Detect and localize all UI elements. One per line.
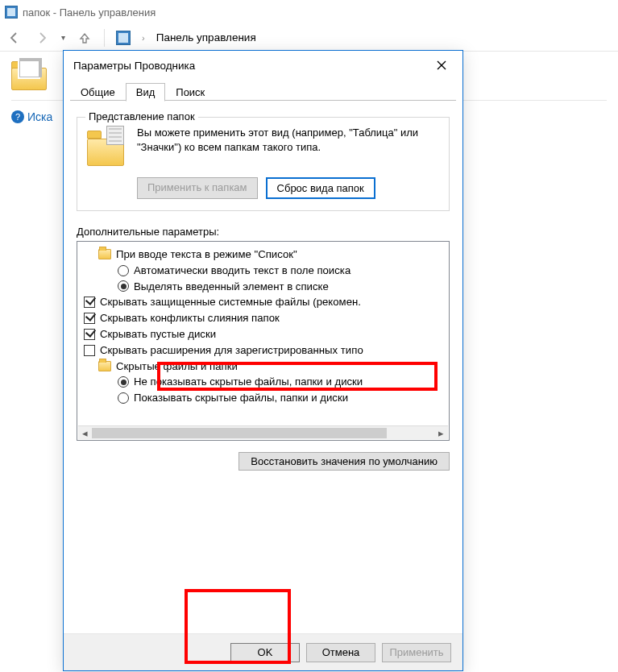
dialog-title: Параметры Проводника	[73, 60, 195, 72]
horizontal-scrollbar[interactable]: ◂ ▸	[78, 425, 448, 439]
checkbox-icon[interactable]	[84, 345, 95, 356]
folder-icon	[98, 361, 111, 371]
advanced-label: Дополнительные параметры:	[77, 226, 450, 238]
scroll-right-icon[interactable]: ▸	[434, 426, 448, 440]
tabstrip: Общие Вид Поиск	[64, 80, 462, 101]
radio-icon[interactable]	[118, 376, 129, 388]
advanced-settings-list[interactable]: При вводе текста в режиме "Список" Автом…	[77, 241, 450, 441]
radio-icon[interactable]	[118, 280, 129, 292]
dialog-footer: OK Отмена Применить	[64, 633, 462, 670]
tab-search[interactable]: Поиск	[165, 83, 215, 102]
cancel-button[interactable]: Отмена	[306, 643, 375, 662]
checkbox-icon[interactable]	[84, 329, 95, 340]
apply-button[interactable]: Применить	[382, 643, 451, 662]
reset-folders-button[interactable]: Сброс вида папок	[266, 177, 375, 199]
tree-group-hidden: Скрытые файлы и папки	[98, 359, 446, 375]
checkbox-icon[interactable]	[84, 297, 95, 308]
nav-divider	[104, 29, 105, 47]
restore-defaults-button[interactable]: Восстановить значения по умолчанию	[238, 452, 450, 471]
folder-options-dialog: Параметры Проводника Общие Вид Поиск Пре…	[63, 50, 463, 671]
dialog-titlebar: Параметры Проводника	[64, 51, 462, 80]
breadcrumb-sep-icon: ›	[142, 33, 145, 43]
apply-to-folders-button[interactable]: Применить к папкам	[137, 177, 258, 199]
folder-view-icon	[87, 126, 126, 166]
checkbox-icon[interactable]	[84, 313, 95, 324]
forward-button[interactable]	[34, 30, 50, 46]
window-title: папок - Панель управления	[23, 6, 156, 19]
opt-hide-protected[interactable]: Скрывать защищенные системные файлы (рек…	[84, 294, 446, 310]
explorer-navrow: ▾ › Панель управления	[0, 24, 618, 52]
opt-select-typed-item[interactable]: Выделять введенный элемент в списке	[118, 279, 446, 295]
tab-general[interactable]: Общие	[70, 83, 126, 102]
scroll-thumb[interactable]	[92, 428, 387, 438]
folder-options-icon	[11, 61, 47, 90]
close-button[interactable]	[430, 54, 453, 77]
up-button[interactable]	[77, 30, 93, 46]
related-link-text: Иска	[27, 110, 52, 123]
control-panel-icon	[5, 6, 18, 19]
radio-icon[interactable]	[118, 392, 129, 404]
breadcrumb[interactable]: Панель управления	[156, 31, 256, 44]
address-icon	[116, 31, 131, 45]
scroll-left-icon[interactable]: ◂	[78, 426, 92, 440]
group-title: Представление папок	[85, 110, 198, 122]
scroll-track[interactable]	[92, 426, 434, 440]
ok-button[interactable]: OK	[230, 643, 300, 662]
radio-icon[interactable]	[118, 265, 129, 276]
tab-view[interactable]: Вид	[126, 83, 166, 102]
folder-icon	[98, 249, 111, 259]
opt-show-hidden[interactable]: Показывать скрытые файлы, папки и диски	[118, 390, 446, 406]
opt-hide-empty-drives[interactable]: Скрывать пустые диски	[84, 326, 446, 342]
explorer-titlebar: папок - Панель управления	[0, 0, 618, 24]
help-icon: ?	[11, 110, 24, 123]
group-text: Вы можете применить этот вид (например, …	[137, 126, 439, 154]
opt-auto-type-search[interactable]: Автоматически вводить текст в поле поиск…	[118, 263, 446, 279]
back-button[interactable]	[6, 30, 23, 46]
history-dropdown-icon[interactable]: ▾	[61, 33, 65, 42]
opt-dont-show-hidden[interactable]: Не показывать скрытые файлы, папки и дис…	[118, 374, 446, 390]
opt-hide-extensions[interactable]: Скрывать расширения для зарегистрированн…	[84, 342, 446, 359]
opt-hide-merge-conflicts[interactable]: Скрывать конфликты слияния папок	[84, 310, 446, 326]
tree-group-typing: При вводе текста в режиме "Список"	[98, 247, 446, 263]
folder-views-group: Представление папок Вы можете применить …	[77, 117, 450, 211]
